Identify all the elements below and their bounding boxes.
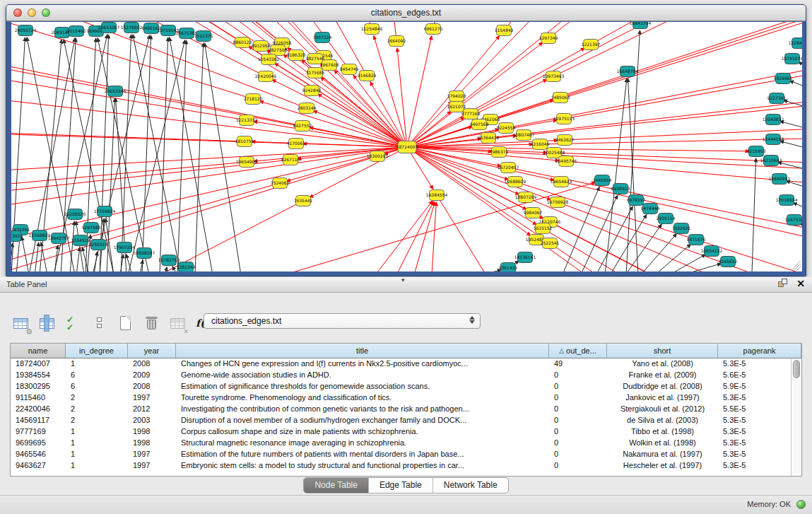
table-row[interactable]: 977716911998Corpus callosum shape and si… [11, 426, 801, 438]
sort-ascending-icon: △ [559, 347, 564, 354]
network-edge [35, 243, 39, 271]
column-header-short[interactable]: short [607, 344, 718, 358]
column-header-label: year [144, 346, 159, 355]
network-edge [128, 40, 185, 271]
network-edge [11, 147, 407, 238]
splitter-collapse-icon[interactable]: ▾ [401, 276, 405, 284]
network-node-label: 9777169 [461, 111, 481, 116]
float-panel-icon[interactable] [778, 279, 788, 288]
row-height-button[interactable] [90, 314, 110, 334]
network-node-label: 12444158 [763, 136, 784, 141]
network-node-label: 20053346 [105, 88, 126, 93]
network-node-label: 9361432 [499, 265, 518, 270]
column-header-label: out_de... [566, 346, 596, 355]
table-cell: 1997 [128, 392, 176, 404]
table-cell: 1997 [128, 449, 176, 460]
select-all-button[interactable]: ✓✓ [64, 314, 83, 334]
node-table: namein_degreeyeartitle△out_de...shortpag… [10, 343, 802, 477]
table-cell: 2008 [128, 358, 176, 370]
table-row[interactable]: 1830029562008Estimation of significance … [11, 381, 801, 392]
network-node-label: 18724007 [396, 144, 418, 149]
network-node-label: 8938923 [611, 186, 630, 191]
table-panel-titlebar[interactable]: ▾ Table Panel ✕ [0, 277, 812, 293]
table-cell: Disruption of a novel member of a sodium… [176, 415, 549, 426]
delete-button[interactable] [142, 314, 162, 334]
network-node-label: 10653287 [98, 25, 120, 30]
table-cell: 0 [549, 381, 607, 392]
table-cell: Embryonic stem cells: a model to study s… [176, 460, 549, 472]
table-row[interactable]: 946554611997Estimation of the future num… [11, 449, 801, 460]
network-node-label: 4170061 [287, 141, 306, 146]
table-row[interactable]: 1872400712008Changes of HCN gene express… [11, 358, 801, 370]
table-row[interactable]: 911546021997Tourette syndrome. Phenomeno… [11, 392, 801, 404]
network-node-label: 1810755 [235, 139, 254, 144]
network-node-label: 8226058 [273, 40, 292, 45]
column-header-title[interactable]: title [176, 344, 549, 358]
table-settings-button[interactable]: ⚙ [11, 314, 31, 334]
network-edge [70, 221, 74, 271]
new-file-button[interactable] [116, 314, 136, 334]
network-node-label: 16843794 [630, 22, 652, 25]
network-node-label: 16958187 [134, 250, 155, 255]
table-cell: 5.3E-5 [718, 426, 801, 438]
resize-grip[interactable] [791, 261, 801, 271]
tab-node-table[interactable]: Node Table [304, 478, 369, 493]
network-node-label: 6961270 [424, 26, 443, 31]
table-select-value: citations_edges.txt [211, 316, 281, 326]
network-edge [433, 22, 632, 29]
table-cell: 5.9E-5 [718, 381, 801, 392]
show-columns-button[interactable] [37, 314, 57, 334]
table-row[interactable]: 1938455462009Genome-wide association stu… [11, 370, 801, 381]
network-edge [479, 22, 802, 124]
table-toolbar: ⚙✓✓✕f(x) [11, 313, 214, 335]
table-cell: Hescheler et al. (1997) [607, 460, 718, 472]
network-node-label: 20206526 [64, 211, 86, 216]
network-edge [504, 22, 802, 30]
table-panel-title: Table Panel [6, 280, 47, 288]
tab-network-table[interactable]: Network Table [433, 478, 508, 493]
table-row[interactable]: 2242004622012Investigating the contribut… [11, 404, 801, 415]
column-header-name[interactable]: name [11, 344, 66, 358]
network-edge [564, 22, 802, 119]
network-edge [321, 77, 407, 147]
table-cell: 5.3E-5 [718, 392, 801, 404]
window-titlebar[interactable]: citations_edges.txt [6, 5, 806, 21]
column-header-label: name [28, 346, 48, 355]
network-node-label: 18495746 [555, 158, 577, 163]
table-cell: Genome-wide association studies in ADHD. [176, 370, 549, 381]
network-canvas[interactable]: 1872400788601238912954822605898275081054… [11, 22, 802, 271]
network-node-label: 9242848 [302, 88, 322, 93]
table-select-combobox[interactable]: citations_edges.txt [204, 313, 481, 329]
network-edge [11, 160, 290, 259]
table-vertical-scrollbar[interactable] [791, 358, 801, 476]
network-edge [165, 267, 167, 271]
table-cell: 2 [66, 415, 128, 426]
column-header-in-degree[interactable]: in_degree [66, 344, 128, 358]
network-node-label: 10973493 [543, 74, 565, 78]
column-header-out-de-[interactable]: △out_de... [549, 344, 607, 358]
table-cell: 18724007 [11, 358, 66, 370]
delete-table-button[interactable]: ✕ [168, 314, 188, 334]
network-edge [414, 202, 435, 271]
table-row[interactable]: 946362711997Embryonic stem cells: a mode… [11, 460, 801, 472]
network-node-label: 2718120 [244, 96, 263, 101]
network-node-label: 3913974 [11, 233, 23, 238]
table-row[interactable]: 969969511998Structural magnetic resonanc… [11, 438, 801, 449]
memory-status-led[interactable] [796, 500, 806, 509]
close-panel-icon[interactable]: ✕ [796, 279, 805, 288]
table-cell: 2008 [128, 381, 176, 392]
network-canvas-wrap: 1872400788601238912954822605898275081054… [11, 22, 802, 271]
tab-edge-table[interactable]: Edge Table [369, 478, 433, 493]
table-panel: ▾ Table Panel ✕ ⚙✓✓✕f(x) citations_edges… [0, 277, 812, 495]
column-header-pagerank[interactable]: pagerank [718, 344, 801, 358]
table-row[interactable]: 1456911722003Disruption of a novel membe… [11, 415, 801, 426]
table-cell: Dudbridge et al. (2008) [607, 381, 718, 392]
network-edge [780, 141, 802, 149]
network-node-label: 9297588 [82, 225, 101, 230]
network-edge [536, 240, 802, 271]
scrollbar-thumb[interactable] [793, 360, 800, 378]
status-bar: Memory: OK [0, 495, 812, 514]
table-cell: 14569117 [11, 415, 66, 426]
column-header-year[interactable]: year [128, 344, 176, 358]
table-cell: Tibbo et al. (1998) [607, 426, 718, 438]
